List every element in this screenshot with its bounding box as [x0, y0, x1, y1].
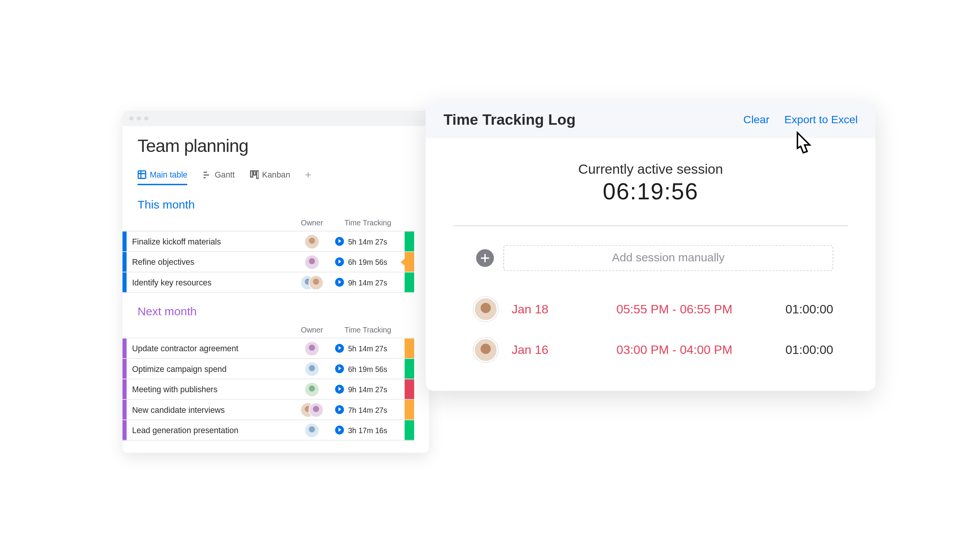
view-tabs: Main table Gantt Kanban + — [137, 169, 414, 186]
panel-header: Time Tracking Log Clear Export to Excel — [426, 101, 875, 138]
avatar[interactable] — [309, 275, 323, 290]
log-duration: 01:00:00 — [786, 343, 833, 357]
time-value: 6h 19m 56s — [348, 365, 387, 373]
time-tracking-play[interactable]: 5h 14m 27s — [335, 237, 405, 246]
avatar[interactable] — [304, 382, 319, 397]
log-row[interactable]: Jan 1603:00 PM - 04:00 PM01:00:00 — [453, 329, 848, 370]
tab-label: Kanban — [262, 170, 290, 179]
add-session-icon[interactable] — [476, 249, 494, 267]
play-icon — [335, 405, 344, 414]
svg-rect-0 — [138, 171, 146, 179]
play-icon — [335, 364, 344, 373]
board-card: Team planning Main table Gantt Kanban + … — [122, 111, 429, 453]
time-tracking-play[interactable]: 9h 14m 27s — [335, 278, 405, 287]
avatar[interactable] — [309, 402, 323, 417]
add-view-button[interactable]: + — [305, 169, 311, 186]
row-name: Finalize kickoff materials — [127, 231, 293, 251]
avatar[interactable] — [304, 341, 319, 356]
row-name: Optimize campaign spend — [127, 359, 293, 379]
tab-main-table[interactable]: Main table — [137, 170, 188, 185]
active-session-time: 06:19:56 — [453, 178, 848, 205]
divider — [453, 225, 848, 226]
board-title: Team planning — [137, 135, 414, 156]
avatar[interactable] — [304, 422, 319, 437]
time-tracking-panel: Time Tracking Log Clear Export to Excel … — [426, 101, 875, 391]
group-table: OwnerTime TrackingUpdate contractor agre… — [122, 323, 414, 441]
log-range: 05:55 PM - 06:55 PM — [577, 302, 772, 316]
svg-rect-2 — [253, 171, 255, 175]
time-value: 3h 17m 16s — [348, 426, 387, 434]
group-title[interactable]: This month — [137, 198, 414, 212]
table-row[interactable]: Refine objectives6h 19m 56s — [122, 252, 414, 272]
panel-title: Time Tracking Log — [443, 111, 575, 129]
time-value: 7h 14m 27s — [348, 406, 387, 414]
table-row[interactable]: Update contractor agreement5h 14m 27s — [122, 338, 414, 359]
play-icon — [335, 237, 344, 246]
status-cell[interactable] — [405, 338, 414, 359]
log-duration: 01:00:00 — [786, 302, 833, 316]
cursor-pointer-icon — [791, 130, 817, 161]
status-cell[interactable] — [405, 399, 414, 420]
row-name: Meeting with publishers — [127, 379, 293, 399]
kanban-icon — [250, 170, 258, 179]
table-row[interactable]: Meeting with publishers9h 14m 27s — [122, 379, 414, 399]
clear-button[interactable]: Clear — [743, 114, 769, 126]
play-icon — [335, 278, 344, 287]
time-value: 5h 14m 27s — [348, 237, 387, 245]
time-value: 5h 14m 27s — [348, 344, 387, 352]
window-titlebar — [122, 111, 429, 126]
time-value: 6h 19m 56s — [348, 258, 387, 266]
log-date: Jan 16 — [511, 343, 563, 357]
table-row[interactable]: Lead generation presentation3h 17m 16s — [122, 420, 414, 440]
row-name: Update contractor agreement — [127, 338, 293, 359]
add-session-button[interactable]: Add session manually — [503, 245, 833, 271]
status-cell[interactable] — [405, 359, 414, 379]
time-tracking-play[interactable]: 7h 14m 27s — [335, 405, 405, 414]
tab-label: Main table — [150, 170, 188, 179]
row-name: Identify key resources — [127, 272, 293, 292]
log-date: Jan 18 — [511, 302, 563, 316]
play-icon — [335, 258, 344, 266]
play-icon — [335, 385, 344, 394]
gantt-icon — [203, 170, 211, 179]
tab-label: Gantt — [215, 170, 235, 179]
avatar[interactable] — [474, 338, 498, 362]
active-session-label: Currently active session — [453, 161, 848, 177]
column-header-time: Time Tracking — [331, 216, 405, 231]
play-icon — [335, 425, 344, 434]
avatar[interactable] — [474, 297, 498, 321]
group-title[interactable]: Next month — [137, 305, 414, 319]
tab-kanban[interactable]: Kanban — [250, 170, 290, 185]
time-tracking-play[interactable]: 9h 14m 27s — [335, 385, 405, 394]
avatar[interactable] — [304, 254, 319, 269]
play-icon — [335, 344, 344, 353]
time-tracking-play[interactable]: 5h 14m 27s — [335, 344, 405, 353]
row-name: Refine objectives — [127, 252, 293, 272]
tab-gantt[interactable]: Gantt — [203, 170, 235, 185]
svg-rect-3 — [256, 171, 258, 179]
time-tracking-play[interactable]: 6h 19m 56s — [335, 258, 405, 266]
time-tracking-play[interactable]: 3h 17m 16s — [335, 425, 405, 434]
table-row[interactable]: Optimize campaign spend6h 19m 56s — [122, 359, 414, 379]
column-header-time: Time Tracking — [331, 323, 405, 338]
row-name: New candidate interviews — [127, 399, 293, 420]
avatar[interactable] — [304, 234, 319, 249]
table-row[interactable]: Identify key resources9h 14m 27s — [122, 272, 414, 292]
time-tracking-play[interactable]: 6h 19m 56s — [335, 364, 405, 373]
log-range: 03:00 PM - 04:00 PM — [577, 343, 772, 357]
status-cell[interactable] — [405, 252, 414, 272]
export-button[interactable]: Export to Excel — [784, 114, 858, 126]
status-cell[interactable] — [405, 231, 414, 251]
time-value: 9h 14m 27s — [348, 278, 387, 286]
row-name: Lead generation presentation — [127, 420, 293, 440]
table-row[interactable]: Finalize kickoff materials5h 14m 27s — [122, 231, 414, 251]
status-cell[interactable] — [405, 272, 414, 292]
column-header-owner: Owner — [293, 216, 331, 231]
table-row[interactable]: New candidate interviews7h 14m 27s — [122, 399, 414, 420]
log-row[interactable]: Jan 1805:55 PM - 06:55 PM01:00:00 — [453, 289, 848, 330]
table-icon — [137, 170, 146, 179]
group-table: OwnerTime TrackingFinalize kickoff mater… — [122, 216, 414, 293]
avatar[interactable] — [304, 361, 319, 376]
status-cell[interactable] — [405, 379, 414, 399]
status-cell[interactable] — [405, 420, 414, 440]
